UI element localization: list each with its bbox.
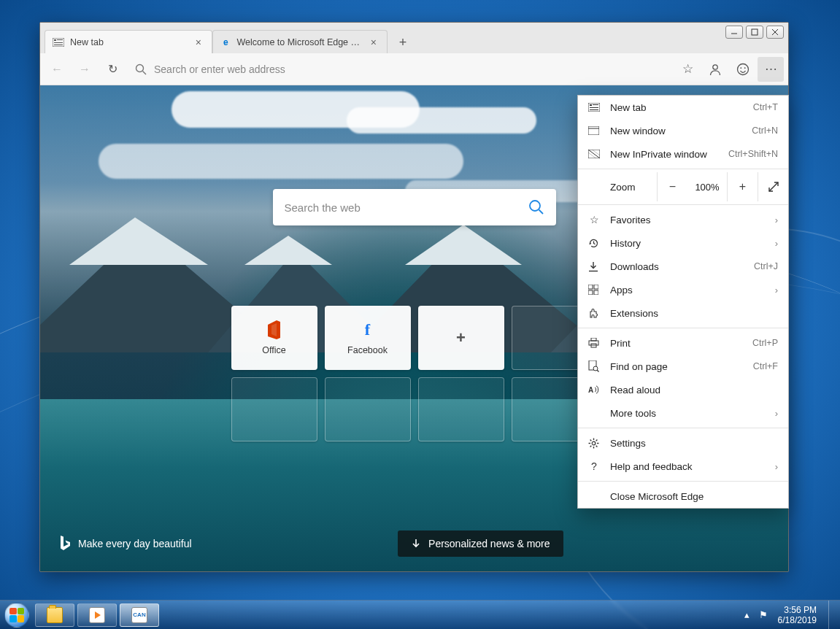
taskbar-edge-canary[interactable]: CAN [120,603,159,627]
gear-icon [588,438,600,449]
news-toggle-button[interactable]: Personalized news & more [398,530,563,557]
close-tab-icon[interactable]: × [193,36,204,48]
svg-line-10 [143,71,147,74]
svg-rect-6 [752,29,758,35]
svg-line-50 [596,439,598,441]
read-aloud-icon: A [588,385,600,395]
news-toggle-label: Personalized news & more [428,538,550,549]
bing-caption[interactable]: Make every day beautiful [59,536,192,552]
menu-settings[interactable]: Settings [578,431,788,455]
office-icon [266,320,283,339]
minimize-button[interactable] [725,26,743,39]
ntp-search-box[interactable]: Search the web [273,189,556,225]
address-bar[interactable]: Search or enter web address [128,58,671,81]
download-icon [588,261,600,272]
maximize-button[interactable] [746,26,763,39]
profile-icon[interactable] [702,57,728,82]
feedback-smiley-icon[interactable] [730,57,756,82]
zoom-in-button[interactable]: + [727,172,758,201]
svg-point-43 [592,441,596,445]
bing-caption-text: Make every day beautiful [78,538,192,549]
edge-favicon: e [220,36,231,48]
svg-point-9 [136,64,144,72]
tray-time: 3:56 PM [778,605,817,615]
svg-line-49 [596,445,598,447]
tile-empty[interactable] [325,377,411,441]
tray-chevron-icon[interactable]: ▴ [741,609,753,620]
settings-menu-button[interactable]: ⋯ [758,57,784,82]
chevron-right-icon: › [775,215,778,225]
svg-line-29 [769,182,778,191]
svg-rect-33 [594,285,598,289]
find-icon [588,360,600,372]
menu-history[interactable]: History › [578,231,788,255]
tab-welcome[interactable]: e Welcome to Microsoft Edge Can... × [212,30,388,53]
menu-apps[interactable]: Apps › [578,278,788,301]
menu-read-aloud[interactable]: A Read aloud [578,378,788,401]
close-window-button[interactable] [766,26,784,39]
folder-icon [47,607,63,623]
start-button[interactable] [0,601,34,630]
svg-rect-19 [590,104,592,106]
menu-downloads[interactable]: Downloads Ctrl+J [578,255,788,278]
zoom-out-button[interactable]: − [657,172,687,201]
tile-facebook[interactable]: f Facebook [325,306,411,370]
chevron-right-icon: › [775,238,778,249]
svg-rect-36 [591,338,596,341]
menu-print[interactable]: Print Ctrl+P [578,331,788,355]
svg-point-13 [740,67,741,69]
menu-favorites[interactable]: ☆ Favorites › [578,208,788,231]
back-button[interactable]: ← [45,57,69,82]
tab-strip: New tab × e Welcome to Microsoft Edge Ca… [40,23,788,53]
tray-flag-icon[interactable]: ⚑ [758,609,769,620]
settings-menu: New tab Ctrl+T New window Ctrl+N New InP… [577,95,789,509]
tile-empty[interactable] [231,377,317,441]
menu-find[interactable]: Find on page Ctrl+F [578,355,788,378]
tab-new-tab[interactable]: New tab × [45,30,212,53]
tray-date: 6/18/2019 [778,615,817,625]
svg-rect-4 [54,45,63,45]
quick-links-grid: Office f Facebook + [231,306,598,441]
svg-point-11 [713,64,717,69]
menu-extensions[interactable]: Extensions [578,301,788,325]
menu-inprivate[interactable]: New InPrivate window Ctrl+Shift+N [578,142,788,166]
tile-add[interactable]: + [418,306,504,370]
svg-rect-35 [594,290,598,295]
taskbar: CAN ▴ ⚑ 3:56 PM 6/18/2019 [0,600,840,629]
print-icon [588,338,600,348]
svg-point-40 [593,366,598,371]
svg-rect-34 [588,290,593,295]
menu-new-window[interactable]: New window Ctrl+N [578,119,788,142]
window-icon [588,126,600,135]
close-tab-icon[interactable]: × [368,36,379,48]
menu-help[interactable]: ? Help and feedback › [578,455,788,478]
star-icon: ☆ [588,214,600,225]
search-icon [135,63,147,75]
svg-line-16 [539,210,543,215]
history-icon [588,238,600,249]
tile-empty[interactable] [418,377,504,441]
show-desktop-button[interactable] [828,601,837,630]
new-tab-button[interactable]: + [392,31,414,53]
svg-line-41 [597,370,598,371]
menu-close-edge[interactable]: Close Microsoft Edge [578,485,788,508]
refresh-button[interactable]: ↻ [100,57,125,82]
menu-more-tools[interactable]: More tools › [578,401,788,425]
fullscreen-button[interactable] [758,172,788,201]
svg-rect-2 [57,39,63,40]
chevron-right-icon: › [775,408,778,419]
svg-text:A: A [588,386,593,394]
tile-office[interactable]: Office [231,306,317,370]
taskbar-explorer[interactable] [35,603,74,627]
forward-button[interactable]: → [72,57,97,82]
favorite-star-icon[interactable]: ☆ [674,57,701,82]
taskbar-media-player[interactable] [77,603,117,627]
tray-clock[interactable]: 3:56 PM 6/18/2019 [774,605,821,625]
svg-line-51 [590,445,592,447]
svg-rect-22 [590,109,598,110]
svg-rect-32 [588,285,593,289]
edge-canary-icon: CAN [131,607,147,623]
svg-point-14 [744,67,746,69]
newtab-favicon [53,36,64,48]
menu-new-tab[interactable]: New tab Ctrl+T [578,96,788,119]
